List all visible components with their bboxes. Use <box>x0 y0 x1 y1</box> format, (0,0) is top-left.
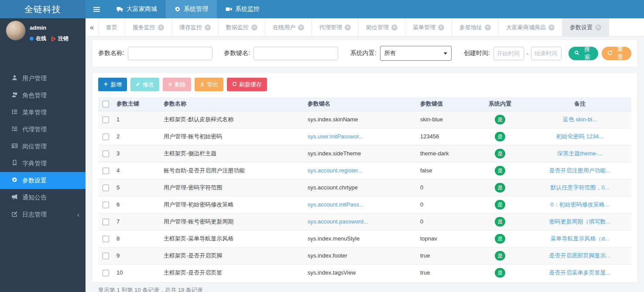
row-checkbox[interactable] <box>103 134 109 140</box>
param-key-link[interactable]: sys.account.password... <box>304 213 417 230</box>
megaphone-icon <box>11 194 18 201</box>
online-status-label: 在线 <box>36 35 46 42</box>
add-button[interactable]: 新增 <box>98 78 127 91</box>
col-builtin: 系统内置 <box>472 97 528 111</box>
remark-link[interactable]: 密码更新周期（填写数... <box>528 213 631 230</box>
remark-link[interactable]: 菜单导航显示风格（d... <box>528 230 631 247</box>
remark-link[interactable]: 是否开启菜单多页签显... <box>528 264 631 281</box>
table-row: 8 主框架页-菜单导航显示风格 sys.index.menuStyle topn… <box>98 230 631 247</box>
row-checkbox[interactable] <box>103 151 109 157</box>
row-checkbox[interactable] <box>103 168 109 174</box>
row-checkbox[interactable] <box>103 219 109 225</box>
remark-link[interactable]: 是否开启底部页脚显示... <box>528 247 631 264</box>
table-panel: 新增 修改 删除 导出 刷新缓存 <box>92 73 638 283</box>
delete-button[interactable]: 删除 <box>163 78 191 91</box>
params-table: 参数主键 参数名称 参数键名 参数键值 系统内置 备注 1 主框架页-默认皮肤样… <box>98 97 631 281</box>
gear-icon <box>11 177 18 184</box>
sidebar-toggle-button[interactable] <box>86 0 108 18</box>
logout-button[interactable]: 注销 <box>51 35 69 42</box>
select-all-checkbox[interactable] <box>103 101 109 107</box>
topnav-item-label: 系统监控 <box>235 5 260 13</box>
param-key-link[interactable]: sys.account.initPass... <box>304 196 417 213</box>
close-icon[interactable]: × <box>391 24 397 31</box>
tab-post-manage[interactable]: 岗位管理× <box>359 18 405 36</box>
row-checkbox[interactable] <box>103 185 109 191</box>
sidebar-item-dicts[interactable]: 字典管理 <box>0 155 86 172</box>
param-key-input[interactable] <box>253 47 338 60</box>
close-icon[interactable]: × <box>595 24 601 31</box>
tab-menu-manage[interactable]: 菜单管理× <box>405 18 452 36</box>
col-param-name: 参数名称 <box>160 97 304 111</box>
end-time-input[interactable] <box>531 47 562 60</box>
remark-link[interactable]: 是否开启注册用户功能... <box>528 162 631 179</box>
sidebar-item-menus[interactable]: 菜单管理 <box>0 104 86 121</box>
created-time-label: 创建时间: <box>464 49 490 57</box>
close-icon[interactable]: × <box>345 24 351 31</box>
top-nav: 大富家商城 系统管理 系统监控 <box>86 0 268 18</box>
pagination-summary: 显示第 1 到第 10 条记录，总共 19 条记录 <box>98 286 631 292</box>
close-icon[interactable]: × <box>251 24 257 31</box>
refresh-cache-button[interactable]: 刷新缓存 <box>227 78 267 91</box>
user-avatar[interactable] <box>6 21 26 41</box>
export-button[interactable]: 导出 <box>195 78 223 91</box>
topnav-item-label: 系统管理 <box>184 5 208 13</box>
param-key-link[interactable]: sys.user.initPasswor... <box>304 128 417 145</box>
row-checkbox[interactable] <box>103 270 109 276</box>
remark-link[interactable]: 初始化密码 1234... <box>528 128 631 145</box>
tab-mall-goods[interactable]: 大富豪商城商品× <box>499 18 562 36</box>
tab-service-monitor[interactable]: 服务监控× <box>125 18 172 36</box>
param-name-label: 参数名称: <box>98 49 124 57</box>
search-button[interactable]: 搜索 <box>569 47 598 60</box>
remark-link[interactable]: 默认任意字符范围，0... <box>528 179 631 196</box>
close-icon[interactable]: × <box>438 24 444 31</box>
tab-online-users[interactable]: 在线用户× <box>265 18 312 36</box>
table-row: 3 主框架页-侧边栏主题 sys.index.sideTheme theme-d… <box>98 145 631 162</box>
tab-home[interactable]: 首页 <box>99 18 125 36</box>
user-panel: admin 在线 注销 <box>0 18 86 52</box>
tabs-scroll-left-button[interactable]: « <box>86 18 99 36</box>
tab-cache-monitor[interactable]: 缓存监控× <box>172 18 219 36</box>
tab-data-monitor[interactable]: 数据监控× <box>219 18 265 36</box>
sidebar-item-agents[interactable]: 代理管理 <box>0 121 86 138</box>
remark-link[interactable]: 0：初始密码修改策略... <box>528 196 631 213</box>
builtin-badge: 是 <box>495 251 505 261</box>
topnav-item-system-monitor[interactable]: 系统监控 <box>217 0 268 18</box>
sidebar-item-roles[interactable]: 角色管理 <box>0 87 86 104</box>
topnav-item-mall[interactable]: 大富家商城 <box>108 0 166 18</box>
edit-button[interactable]: 修改 <box>130 78 159 91</box>
tab-params-settings[interactable]: 参数设置× <box>562 18 609 36</box>
close-icon[interactable]: × <box>298 24 304 31</box>
row-checkbox[interactable] <box>103 202 109 208</box>
param-key-link[interactable]: sys.account.register... <box>304 162 417 179</box>
download-icon <box>200 81 205 88</box>
sidebar-item-posts[interactable]: 岗位管理 <box>0 138 86 155</box>
builtin-badge: 是 <box>495 268 505 278</box>
tab-multisig-address[interactable]: 多签地址× <box>452 18 499 36</box>
builtin-select[interactable]: 所有 <box>380 46 452 61</box>
search-panel: 参数名称: 参数键名: 系统内置: 所有 创建时间: - 搜索 重置 <box>92 39 638 67</box>
row-checkbox[interactable] <box>103 253 109 259</box>
close-icon[interactable]: × <box>158 24 164 31</box>
builtin-label: 系统内置: <box>350 49 377 57</box>
close-icon[interactable]: × <box>205 24 211 31</box>
col-param-key: 参数键名 <box>304 97 417 111</box>
remark-link[interactable]: 深黑主题theme-... <box>528 145 631 162</box>
truck-icon <box>116 7 123 12</box>
sidebar-menu: 用户管理 角色管理 菜单管理 代理管理 岗位管理 字典管理 参数设置 通知公告 <box>0 70 86 223</box>
sidebar-item-params[interactable]: 参数设置 <box>0 172 86 189</box>
row-checkbox[interactable] <box>103 236 109 242</box>
sidebar-item-notices[interactable]: 通知公告 <box>0 189 86 206</box>
tab-agent-manage[interactable]: 代理管理× <box>312 18 359 36</box>
param-name-input[interactable] <box>128 47 212 60</box>
close-icon[interactable]: × <box>485 24 491 31</box>
remark-link[interactable]: 蓝色 skin-bl... <box>528 111 631 128</box>
close-icon[interactable]: × <box>548 24 555 31</box>
table-row: 2 用户管理-账号初始密码 sys.user.initPasswor... 12… <box>98 128 631 145</box>
row-checkbox[interactable] <box>103 117 109 123</box>
topnav-item-system-manage[interactable]: 系统管理 <box>166 0 217 18</box>
sidebar-item-users[interactable]: 用户管理 <box>0 70 86 87</box>
sidebar-item-logs[interactable]: 日志管理 ‹ <box>0 206 86 223</box>
search-icon <box>574 50 579 57</box>
reset-button[interactable]: 重置 <box>602 47 631 60</box>
start-time-input[interactable] <box>493 47 524 60</box>
